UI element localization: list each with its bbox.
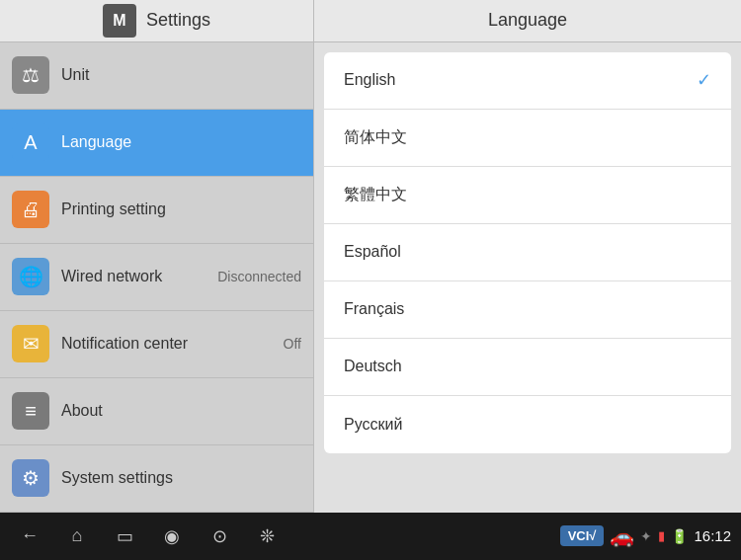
language-icon: A: [12, 123, 49, 161]
language-item-simplified-chinese[interactable]: 简体中文: [324, 110, 731, 167]
header: M Settings Language: [0, 0, 741, 42]
panel-title: Language: [488, 10, 567, 31]
header-left: M Settings: [0, 0, 314, 41]
main-content: ⚖UnitALanguage🖨Printing setting🌐Wired ne…: [0, 42, 741, 513]
network-label: Wired network: [61, 268, 162, 285]
sidebar-item-notification[interactable]: ✉Notification centerOff: [0, 311, 313, 378]
media-button[interactable]: ❊: [247, 517, 287, 556]
network-icon: 🌐: [12, 258, 49, 295]
sidebar-item-printing[interactable]: 🖨Printing setting: [0, 177, 313, 244]
right-panel: English✓简体中文繁體中文EspañolFrançaisDeutschРу…: [314, 42, 741, 513]
language-item-french[interactable]: Français: [324, 281, 731, 339]
network-status: Disconnected: [217, 269, 301, 284]
bluetooth-icon: ✦: [640, 528, 652, 544]
battery-icon: 🔋: [671, 528, 688, 544]
taskbar-left: ←⌂▭◉⊙❊: [10, 517, 287, 556]
app-logo: M: [103, 4, 136, 38]
home-button[interactable]: ⌂: [57, 517, 97, 556]
time-display: 16:12: [694, 527, 731, 544]
notification-label: Notification center: [61, 335, 188, 353]
about-label: About: [61, 402, 103, 420]
recents-button[interactable]: ▭: [105, 517, 144, 556]
camera-button[interactable]: ⊙: [200, 517, 239, 556]
settings-title: Settings: [146, 10, 210, 31]
vci-label: VCI√: [560, 525, 605, 546]
language-name-english: English: [344, 71, 395, 89]
car-icon: 🚗: [610, 524, 634, 548]
language-name-simplified-chinese: 简体中文: [344, 127, 407, 148]
printing-icon: 🖨: [12, 191, 49, 228]
language-name-traditional-chinese: 繁體中文: [344, 185, 407, 205]
browser-button[interactable]: ◉: [152, 517, 192, 556]
language-name-french: Français: [344, 300, 404, 318]
notification-status: Off: [284, 336, 301, 352]
notification-icon: ✉: [12, 325, 49, 362]
check-icon-english: ✓: [697, 69, 711, 91]
language-name-german: Deutsch: [344, 358, 402, 375]
system-label: System settings: [61, 469, 173, 487]
about-icon: ≡: [12, 392, 49, 430]
language-name-spanish: Español: [344, 243, 401, 261]
back-button[interactable]: ←: [10, 517, 49, 556]
unit-icon: ⚖: [12, 56, 49, 94]
language-item-russian[interactable]: Русский: [324, 396, 731, 453]
taskbar-right: VCI√ 🚗 ✦ ▮ 🔋 16:12: [560, 524, 731, 548]
battery-low-icon: ▮: [658, 528, 665, 543]
printing-label: Printing setting: [61, 200, 166, 218]
sidebar: ⚖UnitALanguage🖨Printing setting🌐Wired ne…: [0, 42, 314, 513]
sidebar-item-system[interactable]: ⚙System settings: [0, 445, 313, 513]
language-item-english[interactable]: English✓: [324, 52, 731, 110]
sidebar-item-language[interactable]: ALanguage: [0, 110, 313, 177]
language-item-spanish[interactable]: Español: [324, 224, 731, 281]
language-name-russian: Русский: [344, 416, 402, 434]
header-right: Language: [314, 0, 741, 41]
sidebar-item-about[interactable]: ≡About: [0, 378, 313, 445]
sidebar-item-network[interactable]: 🌐Wired networkDisconnected: [0, 244, 313, 311]
unit-label: Unit: [61, 66, 89, 84]
sidebar-item-unit[interactable]: ⚖Unit: [0, 42, 313, 110]
language-label: Language: [61, 133, 131, 151]
language-list: English✓简体中文繁體中文EspañolFrançaisDeutschРу…: [324, 52, 731, 453]
language-item-traditional-chinese[interactable]: 繁體中文: [324, 167, 731, 224]
language-item-german[interactable]: Deutsch: [324, 339, 731, 396]
taskbar: ←⌂▭◉⊙❊ VCI√ 🚗 ✦ ▮ 🔋 16:12: [0, 513, 741, 560]
system-icon: ⚙: [12, 459, 49, 497]
